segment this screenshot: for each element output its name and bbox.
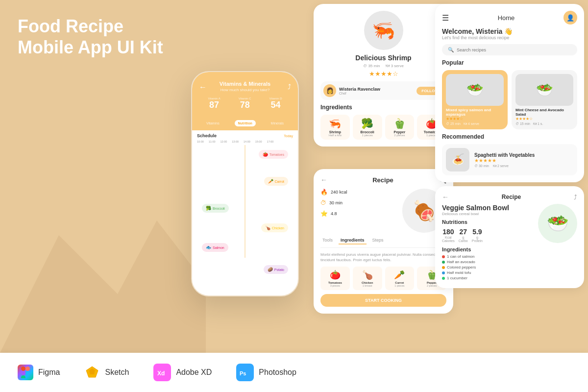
- shrimp-time: 35 min: [368, 64, 380, 68]
- food-label-potato: Potato: [274, 268, 284, 271]
- secondary-card-title: Mint Cheese and Avocado Salad: [515, 108, 573, 117]
- search-bar[interactable]: 🔍: [442, 44, 577, 55]
- tab-steps[interactable]: Steps: [370, 237, 386, 245]
- phone-mockup: ← ⤴ Vitamins & Minerals How much should …: [191, 71, 299, 296]
- sketch-icon: [84, 365, 100, 380]
- salmon-bowl-image: 🥗: [538, 204, 577, 243]
- recipe-ingredients-grid: 🍅 Tomatoes 3 pieces 🍗 Chicken 1 breast 🥕…: [320, 267, 446, 290]
- recipe-calories: 240 kcal: [331, 190, 347, 195]
- svg-rect-2: [21, 371, 25, 375]
- protein-value: 5.9: [472, 228, 483, 236]
- search-input[interactable]: [457, 48, 571, 52]
- carbo-label: Carbo: [459, 239, 468, 243]
- adobe-xd-label: Adobe XD: [176, 368, 212, 377]
- salmon-ingredients-title: Ingredients: [442, 246, 534, 252]
- tab-nutrition[interactable]: Nutrition: [235, 120, 256, 126]
- protein-unit: g: [472, 236, 483, 239]
- calories-stat: 180 Kcal Calories: [442, 228, 455, 243]
- recommended-item[interactable]: 🍝 Spaghetti with Vegetables ★★★★★ ⏱ 30 m…: [442, 144, 577, 175]
- popular-section-title: Popular: [442, 59, 577, 66]
- left-section: Food Recipe Mobile App UI Kit: [0, 0, 196, 333]
- adobexd-icon: Xd: [153, 364, 171, 381]
- timeline: 🍅 Tomatoes 🥕 Carrot 🥦 Broccoli: [197, 145, 293, 258]
- photoshop-label: Photoshop: [259, 368, 296, 377]
- adobexd-tool: Xd Adobe XD: [153, 364, 212, 381]
- main-title: Food Recipe Mobile App UI Kit: [18, 16, 178, 58]
- home-nav-label: Home: [498, 14, 515, 22]
- recipe-stat-calories: 🔥 240 kcal: [320, 189, 397, 196]
- salmon-ingredients-list: 1 can of salmon Half an avocado Colored …: [442, 254, 534, 280]
- tab-ingredients[interactable]: Ingredients: [339, 237, 367, 245]
- time-labels: 10:00 11:00 12:00 13:00 14:00 15:00 17:0…: [197, 140, 293, 143]
- vitamin-a-stat: Vitamin A 87: [208, 97, 220, 110]
- list-item: Half mold tofu: [442, 270, 534, 275]
- ingredient-broccoli: 🥦 Broccoli 1 pieces: [353, 115, 382, 140]
- welcome-title: Welcome, Wisteria 👋: [442, 27, 577, 35]
- schedule-section: Schedule Today 10:00 11:00 12:00 13:00 1…: [192, 130, 298, 261]
- svg-rect-3: [21, 375, 25, 378]
- recipe-ingredient-tomatoes: 🍅 Tomatoes 3 pieces: [320, 267, 350, 290]
- carbo-unit: g: [459, 236, 468, 239]
- timeline-potato: 🥔 Potato: [264, 265, 288, 274]
- secondary-stars: ★★★★☆: [515, 117, 573, 121]
- salmon-back-arrow[interactable]: ←: [442, 193, 449, 201]
- list-item: 1 cucumber: [442, 276, 534, 280]
- ingredients-grid: 🦐 Shrimp Half a kilo 🥦 Broccoli 1 pieces…: [320, 115, 446, 140]
- recipe-back-arrow[interactable]: ←: [320, 176, 327, 184]
- tab-vitamins[interactable]: Vitamins: [203, 120, 223, 126]
- recommended-info: Spaghetti with Vegetables ★★★★★ ⏱ 30 min…: [474, 152, 535, 168]
- shrimp-dish-name: Delicious Shrimp: [320, 54, 446, 62]
- salmon-right: 🥗: [538, 204, 577, 243]
- sketch-tool: Sketch: [84, 365, 129, 380]
- nutritions-title: Nutritions: [442, 219, 534, 225]
- calories-label: Calories: [442, 239, 455, 243]
- recipe-tabs: Tools Ingredients Steps: [320, 237, 446, 248]
- food-label-chicken: Chicken: [272, 226, 284, 230]
- food-label-broccoli: Broccoli: [213, 207, 225, 210]
- figma-tool: Figma: [18, 365, 60, 380]
- hamburger-icon[interactable]: ☰: [442, 13, 449, 23]
- salmon-dish-subtitle: Delicious cereal bowl: [442, 212, 534, 216]
- tab-minerals[interactable]: Minerals: [268, 120, 287, 126]
- title-line1: Food Recipe: [18, 16, 123, 36]
- back-arrow-icon[interactable]: ←: [199, 83, 207, 92]
- calories-unit: Kcal: [442, 236, 455, 239]
- list-item: Half an avocado: [442, 260, 534, 264]
- ingredient-pepper: 🫑 Pepper 2 pieces: [385, 115, 415, 140]
- user-avatar[interactable]: 👤: [564, 11, 577, 24]
- phone-screen-subtitle: How much should you take?: [199, 88, 291, 92]
- photoshop-tool: Ps Photoshop: [236, 364, 296, 381]
- vitamin-d-value: 54: [270, 100, 282, 110]
- svg-point-4: [25, 371, 30, 375]
- tab-tools[interactable]: Tools: [320, 237, 335, 245]
- recommended-meta: ⏱ 30 min 🍽 2 serve: [474, 164, 535, 168]
- carbo-stat: 27 g Carbo: [459, 228, 468, 243]
- chef-name: Wisteria Ravenclaw: [339, 87, 416, 92]
- share-icon[interactable]: ⤴: [288, 83, 291, 91]
- salmon-share-icon[interactable]: ⤴: [574, 194, 577, 201]
- popular-card-secondary[interactable]: 🥗 Mint Cheese and Avocado Salad ★★★★☆ ⏱ …: [512, 70, 577, 129]
- salmon-dish-name: Veggie Salmon Bowl: [442, 204, 534, 212]
- secondary-meta: ⏱ 15 min 🍽 1 s.: [515, 122, 573, 125]
- list-item: Colored peppers: [442, 265, 534, 270]
- home-panel-header: ☰ Home 👤: [442, 11, 577, 24]
- recommended-name: Spaghetti with Vegetables: [474, 152, 535, 158]
- welcome-text: Welcome, Wisteria 👋 Let's find the most …: [442, 27, 577, 40]
- featured-food-image: 🥗: [446, 74, 504, 106]
- chef-title: Chef: [339, 92, 416, 95]
- recommended-food-image: 🍝: [446, 148, 469, 172]
- phone-tabs: Vitamins Nutrition Minerals: [192, 116, 298, 130]
- protein-label: Protein: [472, 239, 483, 243]
- start-cooking-button[interactable]: START COOKING: [320, 294, 446, 307]
- salmon-left: Veggie Salmon Bowl Delicious cereal bowl…: [442, 204, 534, 281]
- featured-card-title: Mixed spicy salmon and asparagus: [446, 108, 504, 117]
- timeline-salmon: 🐟 Salmon: [202, 243, 228, 252]
- svg-text:Xd: Xd: [157, 370, 165, 377]
- popular-card-featured[interactable]: 🥗 Mixed spicy salmon and asparagus ★★★★☆…: [442, 70, 508, 129]
- figma-label: Figma: [38, 368, 60, 377]
- schedule-title: Schedule: [197, 133, 217, 138]
- popular-grid: 🥗 Mixed spicy salmon and asparagus ★★★★☆…: [442, 70, 577, 129]
- protein-stat: 5.9 g Protein: [472, 228, 483, 243]
- home-panel: ☰ Home 👤 Welcome, Wisteria 👋 Let's find …: [435, 4, 584, 182]
- right-panels: ☰ Home 👤 Welcome, Wisteria 👋 Let's find …: [431, 0, 588, 333]
